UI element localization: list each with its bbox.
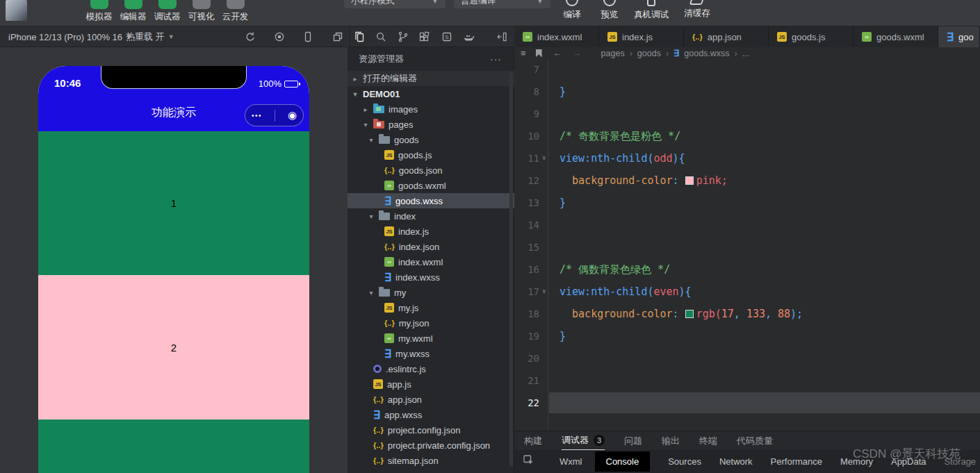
chevron-right-icon[interactable]: ▸ [362, 106, 369, 113]
view-block-2[interactable]: 2 [38, 275, 309, 420]
tree-item-pages[interactable]: ▾pages [348, 117, 514, 132]
code-line-20[interactable]: 20 [514, 347, 980, 370]
outline-list-icon[interactable]: ≡ [521, 49, 526, 58]
toolbar-button-模拟器[interactable]: 模拟器 [82, 0, 116, 26]
color-swatch[interactable] [685, 310, 694, 318]
code-line-8[interactable]: 8} [514, 81, 980, 103]
bookmark-icon[interactable] [536, 49, 542, 58]
tree-item-打开的编辑器[interactable]: ▸打开的编辑器 [348, 71, 514, 86]
nav-back-icon[interactable]: ← [553, 49, 562, 58]
tree-item-goods.wxss[interactable]: goods.wxss [348, 193, 514, 208]
device-selector[interactable]: iPhone 12/13 (Pro) 100% 16 ▼ [8, 26, 132, 47]
panel-tab-构建[interactable]: 构建 [524, 431, 542, 451]
panel-tab-问题[interactable]: 问题 [624, 431, 642, 451]
hot-reload-toggle[interactable]: 热重载 开 ▼ [126, 26, 174, 47]
color-swatch[interactable] [685, 176, 694, 185]
devtools-tab-Sources[interactable]: Sources [668, 456, 701, 467]
tree-item-index[interactable]: ▾index [348, 208, 514, 224]
tree-item-project.private.config.json[interactable]: project.private.config.json [348, 438, 514, 453]
code-line-13[interactable]: 13} [514, 192, 980, 214]
chevron-down-icon[interactable]: ▾ [368, 136, 375, 144]
tree-item-DEMO01[interactable]: ▾DEMO01 [348, 86, 514, 101]
toolbar-button-调试器[interactable]: 调试器 [150, 0, 184, 26]
tree-item-app.wxss[interactable]: app.wxss [348, 407, 514, 422]
code-line-7[interactable]: 7 [514, 58, 980, 81]
file-tab-index.wxml[interactable]: index.wxml [514, 26, 599, 47]
chevron-right-icon[interactable]: ▸ [352, 75, 359, 83]
panel-tab-输出[interactable]: 输出 [662, 431, 680, 451]
tree-item-.eslintrc.js[interactable]: .eslintrc.js [348, 361, 514, 376]
rotate-screen-icon[interactable] [245, 31, 256, 42]
tree-item-my.wxml[interactable]: my.wxml [348, 331, 514, 346]
tree-item-goods.json[interactable]: goods.json [348, 163, 514, 178]
nav-forward-icon[interactable]: → [573, 49, 582, 58]
action-清缓存[interactable]: 清缓存 [674, 0, 720, 26]
tree-item-my.json[interactable]: my.json [348, 315, 514, 331]
mode-select[interactable]: 小程序模式 ▼ [344, 0, 446, 8]
devtools-tab-Console[interactable]: Console [595, 451, 651, 472]
exit-target-icon[interactable]: ◉ [288, 109, 297, 122]
view-block-3[interactable] [38, 420, 309, 473]
code-line-19[interactable]: 19} [514, 325, 980, 347]
explorer-more-icon[interactable]: ··· [490, 53, 502, 65]
file-tab-goods.wxml[interactable]: goods.wxml [854, 26, 938, 47]
devtools-tab-Performance[interactable]: Performance [771, 456, 822, 467]
tree-item-goods[interactable]: ▾goods [348, 132, 514, 147]
toolbar-button-编辑器[interactable]: 编辑器 [116, 0, 150, 26]
tree-item-goods.wxml[interactable]: goods.wxml [348, 178, 514, 193]
devtools-tab-Network[interactable]: Network [719, 456, 753, 467]
breadcrumb-item-goods.wxss[interactable]: goods.wxss [684, 49, 729, 58]
breadcrumb-item-...[interactable]: ... [742, 49, 749, 58]
git-branch-icon[interactable] [398, 31, 409, 42]
tree-item-index.js[interactable]: index.js [348, 224, 514, 239]
collapse-sidebar-icon[interactable] [496, 31, 507, 42]
breadcrumb-item-pages[interactable]: pages [601, 49, 625, 58]
code-line-21[interactable]: 21 [514, 370, 980, 392]
fold-chevron-icon[interactable]: ∨ [542, 281, 546, 301]
code-line-15[interactable]: 15 [514, 236, 980, 258]
chevron-down-icon[interactable]: ▾ [368, 289, 375, 297]
docker-whale-icon[interactable] [463, 31, 474, 42]
compile-mode-select[interactable]: 普通编译 ▼ [454, 0, 550, 8]
panel-tab-代码质量[interactable]: 代码质量 [737, 431, 773, 451]
file-tab-index.js[interactable]: index.js [599, 26, 684, 47]
tree-item-sitemap.json[interactable]: sitemap.json [348, 453, 514, 468]
code-line-12[interactable]: 12 background-color: pink; [514, 169, 980, 192]
code-line-11[interactable]: 11∨view:nth-child(odd){ [514, 147, 980, 169]
devtools-tab-Wxml[interactable]: Wxml [560, 456, 582, 467]
phone-frame-icon[interactable] [302, 31, 313, 42]
file-tab-goo[interactable]: goo [938, 26, 980, 47]
tree-item-app.json[interactable]: app.json [348, 392, 514, 407]
explorer-scrollbar[interactable] [509, 71, 513, 467]
tree-item-app.js[interactable]: app.js [348, 376, 514, 392]
code-line-18[interactable]: 18 background-color: rgb(17, 133, 88); [514, 303, 980, 325]
tree-item-images[interactable]: ▸images [348, 101, 514, 117]
tree-item-project.config.json[interactable]: project.config.json [348, 422, 514, 438]
extensions-icon[interactable] [418, 31, 430, 42]
fold-chevron-icon[interactable]: ∨ [542, 147, 546, 168]
code-line-22[interactable]: 22 [514, 392, 980, 414]
breadcrumb-item-goods[interactable]: goods [637, 49, 661, 58]
view-block-1[interactable]: 1 [38, 131, 309, 275]
devtools-tab-Memory[interactable]: Memory [840, 456, 873, 467]
panel-tab-调试器[interactable]: 调试器3 [562, 431, 605, 451]
file-tab-goods.js[interactable]: goods.js [769, 26, 854, 47]
tree-item-my[interactable]: ▾my [348, 285, 514, 300]
action-编译[interactable]: 编译 [553, 0, 591, 26]
action-真机调试[interactable]: 真机调试 [628, 0, 674, 26]
code-line-9[interactable]: 9 [514, 103, 980, 125]
inspect-element-icon[interactable] [523, 454, 534, 469]
tree-item-index.wxml[interactable]: index.wxml [348, 254, 514, 269]
chevron-down-icon[interactable]: ▾ [352, 90, 359, 98]
action-预览[interactable]: 预览 [591, 0, 628, 26]
tree-item-index.wxss[interactable]: index.wxss [348, 269, 514, 285]
tree-item-my.wxss[interactable]: my.wxss [348, 346, 514, 361]
code-area[interactable]: 78}910/* 奇数背景色是粉色 */11∨view:nth-child(od… [514, 58, 980, 414]
toolbar-button-可视化[interactable]: 可视化 [184, 0, 218, 26]
capsule-menu[interactable]: ••• ◉ [245, 104, 304, 126]
code-line-17[interactable]: 17∨view:nth-child(even){ [514, 281, 980, 303]
tree-item-goods.js[interactable]: goods.js [348, 147, 514, 163]
record-stop-icon[interactable] [274, 31, 285, 42]
restore-window-icon[interactable] [332, 31, 343, 42]
code-line-16[interactable]: 16/* 偶数背景色绿色 */ [514, 258, 980, 281]
